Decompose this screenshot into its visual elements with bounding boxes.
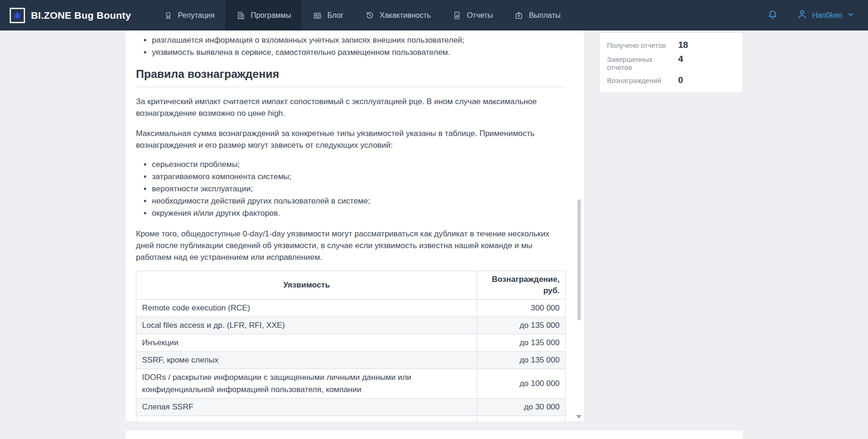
table-row: Remote code execution (RCE) 300 000: [136, 300, 566, 317]
list-item: вероятности эксплуатации;: [152, 183, 566, 195]
table-row: SSRF, кроме слепых до 135 000: [136, 352, 566, 369]
reward-cell: 300 000: [477, 300, 566, 317]
program-description-panel: разглашается информация о взломанных уче…: [126, 30, 584, 421]
list-item: уязвимость выявлена в сервисе, самостоят…: [152, 46, 566, 59]
section-title-reward-rules: Правила вознаграждения: [136, 67, 566, 87]
bottom-card-edge: [126, 431, 743, 439]
brand-title: BI.ZONE Bug Bounty: [31, 10, 131, 21]
nav-item-label: Выплаты: [529, 11, 561, 20]
chevron-down-icon: [846, 10, 855, 21]
column-header-reward: Вознаграждение, руб.: [477, 271, 566, 300]
main-nav: Репутация Программы Блог: [153, 0, 571, 30]
list-item: окружения и/или других факторов.: [152, 207, 566, 220]
reward-cell: до 30 000: [477, 399, 566, 416]
list-item: затрагиваемого компонента системы;: [152, 171, 566, 183]
program-description-content: разглашается информация о взломанных уче…: [126, 30, 584, 421]
reward-conditions-list: серьезности проблемы; затрагиваемого ком…: [136, 159, 566, 220]
nav-item-label: Программы: [251, 11, 291, 20]
stat-row-reports-completed: Завершенных отчетов 4: [607, 54, 735, 71]
table-row: Local files access и др. (LFR, RFI, XXE)…: [136, 317, 566, 334]
list-item: разглашается информация о взломанных уче…: [152, 34, 566, 46]
history-icon: [365, 11, 374, 20]
bell-icon: [767, 9, 778, 22]
stat-label: Вознаграждений: [607, 76, 678, 84]
table-row-partial: [136, 416, 566, 422]
notifications-button[interactable]: [767, 9, 778, 22]
bizone-logo-icon: [9, 8, 25, 23]
nav-item-payouts[interactable]: Выплаты: [503, 0, 571, 30]
vulnerability-cell: IDORs / раскрытие информации с защищенны…: [136, 369, 477, 399]
payout-icon: [514, 11, 524, 20]
vulnerability-cell: SSRF, кроме слепых: [136, 352, 477, 369]
nav-item-reputation[interactable]: Репутация: [153, 0, 225, 30]
medal-icon: [164, 11, 173, 20]
nav-item-reports[interactable]: Отчеты: [441, 0, 503, 30]
scrollbar-down-arrow-icon[interactable]: [576, 415, 582, 418]
user-name: Han0ken: [812, 11, 842, 20]
rewards-table: Уязвимость Вознаграждение, руб. Remote c…: [136, 271, 566, 421]
stat-row-reports-received: Получено отчетов 18: [607, 40, 735, 50]
column-header-vulnerability: Уязвимость: [136, 271, 477, 300]
nav-item-label: Блог: [327, 11, 344, 20]
stat-label: Завершенных отчетов: [607, 55, 678, 71]
reward-cell: до 135 000: [477, 352, 566, 369]
building-icon: [236, 11, 246, 20]
paragraph: Максимальная сумма вознаграждений за кон…: [136, 128, 566, 151]
nav-item-label: Отчеты: [467, 11, 493, 20]
vulnerability-cell: Инъекции: [136, 334, 477, 352]
top-navbar: BI.ZONE Bug Bounty Репутация Программы: [0, 0, 868, 30]
paragraph: Кроме того, общедоступные 0-day/1-day уя…: [136, 228, 566, 263]
reward-cell: до 100 000: [477, 369, 566, 399]
reward-cell: [477, 416, 566, 422]
nav-item-programs[interactable]: Программы: [225, 0, 302, 30]
blog-icon: [313, 11, 322, 20]
vulnerability-cell: Remote code execution (RCE): [136, 300, 477, 317]
nav-item-label: Репутация: [178, 11, 215, 20]
user-menu[interactable]: Han0ken: [796, 8, 855, 22]
stat-value: 0: [678, 75, 683, 85]
report-icon: [452, 11, 462, 20]
stat-value: 18: [678, 40, 688, 50]
exclusions-list: разглашается информация о взломанных уче…: [136, 34, 566, 59]
list-item: серьезности проблемы;: [152, 159, 566, 171]
list-item: необходимости действий других пользовате…: [152, 195, 566, 207]
person-icon: [796, 8, 808, 22]
table-header-row: Уязвимость Вознаграждение, руб.: [136, 271, 566, 300]
reward-cell: до 135 000: [477, 317, 566, 334]
program-stats-card: Получено отчетов 18 Завершенных отчетов …: [599, 32, 743, 93]
vulnerability-cell: [136, 416, 477, 422]
nav-item-label: Хакактивность: [380, 11, 431, 20]
navbar-right: Han0ken: [767, 0, 868, 30]
vulnerability-cell: Слепая SSRF: [136, 399, 477, 416]
reward-cell: до 135 000: [477, 334, 566, 352]
table-row: Слепая SSRF до 30 000: [136, 399, 566, 416]
brand[interactable]: BI.ZONE Bug Bounty: [0, 0, 141, 30]
stat-row-rewards: Вознаграждений 0: [607, 75, 735, 85]
stat-value: 4: [678, 54, 683, 64]
table-row: IDORs / раскрытие информации с защищенны…: [136, 369, 566, 399]
content-scrollbar-thumb[interactable]: [577, 199, 581, 320]
stat-label: Получено отчетов: [607, 41, 678, 49]
vulnerability-cell: Local files access и др. (LFR, RFI, XXE): [136, 317, 477, 334]
nav-item-blog[interactable]: Блог: [302, 0, 354, 30]
nav-item-hackactivity[interactable]: Хакактивность: [354, 0, 441, 30]
table-row: Инъекции до 135 000: [136, 334, 566, 352]
paragraph: За критический импакт считается импакт с…: [136, 96, 566, 119]
